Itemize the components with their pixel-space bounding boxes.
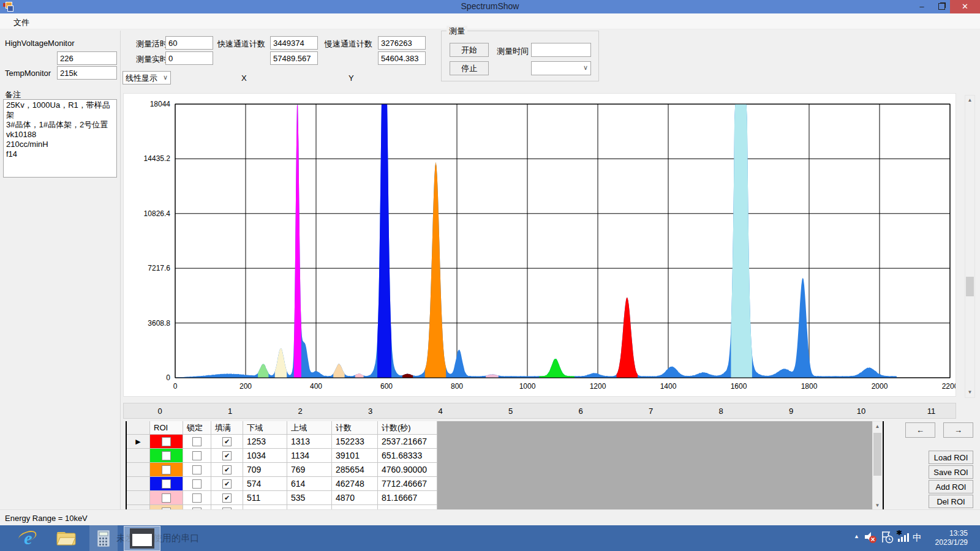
roi-table-scrollbar[interactable]: ▲ ▼ bbox=[872, 421, 883, 511]
scroll-down-icon[interactable]: ▼ bbox=[965, 388, 974, 397]
lower-bound-cell[interactable]: 709 bbox=[243, 463, 287, 477]
lock-cell[interactable] bbox=[183, 449, 211, 463]
upper-bound-cell[interactable]: 769 bbox=[287, 463, 332, 477]
start-button[interactable]: 开始 bbox=[450, 43, 489, 57]
chart-vertical-scrollbar[interactable]: ▲ ▼ bbox=[965, 95, 975, 398]
save-roi-button[interactable]: Save ROI bbox=[929, 465, 973, 479]
row-selector[interactable] bbox=[127, 463, 150, 477]
checkbox-checked[interactable]: ✔ bbox=[222, 493, 232, 503]
cps-cell[interactable]: 81.16667 bbox=[378, 491, 437, 505]
spectrum-chart[interactable]: 03608.87217.610826.414435.21804402004006… bbox=[124, 94, 956, 396]
column-header[interactable]: 填满 bbox=[211, 421, 243, 435]
del-roi-button[interactable]: Del ROI bbox=[929, 495, 973, 508]
checkbox-unchecked[interactable] bbox=[162, 493, 171, 503]
scrollbar-thumb[interactable] bbox=[873, 433, 881, 476]
action-center-flag-icon[interactable] bbox=[880, 530, 894, 544]
lock-cell[interactable] bbox=[183, 463, 211, 477]
display-mode-combobox[interactable]: 线性显示 ∨ bbox=[123, 71, 171, 84]
table-row[interactable]: ✔5746144627487712.46667 bbox=[127, 477, 883, 491]
menu-file[interactable]: 文件 bbox=[10, 16, 33, 29]
fast-channel-count[interactable] bbox=[270, 36, 318, 50]
lower-bound-cell[interactable]: 1253 bbox=[243, 435, 287, 449]
roi-color-cell[interactable] bbox=[150, 435, 183, 449]
column-header[interactable]: 上域 bbox=[287, 421, 332, 435]
lower-bound-cell[interactable]: 511 bbox=[243, 491, 287, 505]
checkbox-checked[interactable]: ✔ bbox=[222, 465, 232, 474]
row-selector[interactable] bbox=[127, 449, 150, 463]
network-signal-icon[interactable]: ✱ bbox=[895, 530, 910, 544]
count-cell[interactable]: 39101 bbox=[332, 449, 378, 463]
notes-textarea[interactable]: 25Kv，1000Ua，R1，带样品架 3#晶体，1#晶体架，2号位置 vk10… bbox=[3, 99, 117, 178]
lock-cell[interactable] bbox=[183, 435, 211, 449]
upper-bound-cell[interactable]: 535 bbox=[287, 491, 332, 505]
fill-cell[interactable]: ✔ bbox=[211, 491, 243, 505]
lower-bound-cell[interactable]: 1034 bbox=[243, 449, 287, 463]
roi-color-cell[interactable] bbox=[150, 491, 183, 505]
checkbox-unchecked[interactable] bbox=[162, 479, 171, 489]
scroll-up-icon[interactable]: ▲ bbox=[965, 96, 974, 105]
checkbox-unchecked[interactable] bbox=[192, 479, 202, 489]
table-row[interactable]: ✔7097692856544760.90000 bbox=[127, 463, 883, 477]
hv-monitor-value[interactable] bbox=[57, 51, 117, 65]
column-header[interactable]: 计数(秒) bbox=[378, 421, 437, 435]
scrollbar-thumb[interactable] bbox=[966, 277, 974, 296]
fast-channel-rate[interactable] bbox=[270, 51, 318, 65]
roi-table[interactable]: ROI锁定填满下域上域计数计数(秒)▶✔125313131522332537.2… bbox=[126, 421, 884, 511]
volume-muted-icon[interactable] bbox=[864, 530, 877, 544]
checkbox-unchecked[interactable] bbox=[162, 437, 171, 446]
close-button[interactable]: ✕ bbox=[950, 0, 980, 13]
lock-cell[interactable] bbox=[183, 477, 211, 491]
roi-color-cell[interactable] bbox=[150, 449, 183, 463]
roi-color-cell[interactable] bbox=[150, 463, 183, 477]
count-cell[interactable]: 285654 bbox=[332, 463, 378, 477]
measure-time-input[interactable] bbox=[531, 43, 591, 57]
checkbox-checked[interactable]: ✔ bbox=[222, 479, 232, 489]
row-selector[interactable]: ▶ bbox=[127, 435, 150, 449]
cps-cell[interactable]: 2537.21667 bbox=[378, 435, 437, 449]
checkbox-unchecked[interactable] bbox=[192, 493, 202, 503]
fill-cell[interactable]: ✔ bbox=[211, 435, 243, 449]
explorer-taskbar-icon[interactable] bbox=[54, 525, 78, 551]
cps-cell[interactable]: 651.68333 bbox=[378, 449, 437, 463]
cps-cell[interactable]: 4760.90000 bbox=[378, 463, 437, 477]
column-header[interactable]: ROI bbox=[150, 421, 183, 435]
checkbox-unchecked[interactable] bbox=[192, 437, 202, 446]
restore-button[interactable] bbox=[933, 0, 949, 13]
checkbox-unchecked[interactable] bbox=[162, 465, 171, 474]
roi-color-cell[interactable] bbox=[150, 477, 183, 491]
roi-prev-button[interactable]: ← bbox=[905, 422, 935, 438]
cps-cell[interactable]: 7712.46667 bbox=[378, 477, 437, 491]
table-row[interactable]: ✔511535487081.16667 bbox=[127, 491, 883, 505]
upper-bound-cell[interactable]: 1134 bbox=[287, 449, 332, 463]
lower-bound-cell[interactable]: 574 bbox=[243, 477, 287, 491]
slow-channel-rate[interactable] bbox=[378, 51, 426, 65]
column-header[interactable]: 锁定 bbox=[183, 421, 211, 435]
column-header[interactable]: 下域 bbox=[243, 421, 287, 435]
slow-channel-count[interactable] bbox=[378, 36, 426, 50]
tray-expand-icon[interactable]: ▲ bbox=[854, 533, 859, 539]
row-selector[interactable] bbox=[127, 491, 150, 505]
lock-cell[interactable] bbox=[183, 491, 211, 505]
add-roi-button[interactable]: Add ROI bbox=[929, 480, 973, 493]
active-window-taskbar-button[interactable] bbox=[124, 526, 160, 551]
minimize-button[interactable]: – bbox=[913, 0, 931, 13]
fill-cell[interactable]: ✔ bbox=[211, 449, 243, 463]
roi-next-button[interactable]: → bbox=[943, 422, 973, 438]
upper-bound-cell[interactable]: 614 bbox=[287, 477, 332, 491]
real-time-input[interactable] bbox=[165, 51, 213, 65]
column-header[interactable]: 计数 bbox=[332, 421, 378, 435]
tray-clock[interactable]: 13:35 2023/1/29 bbox=[916, 529, 968, 547]
checkbox-checked[interactable]: ✔ bbox=[222, 437, 232, 446]
checkbox-unchecked[interactable] bbox=[192, 451, 202, 460]
row-selector[interactable] bbox=[127, 477, 150, 491]
checkbox-checked[interactable]: ✔ bbox=[222, 451, 232, 460]
count-cell[interactable]: 152233 bbox=[332, 435, 378, 449]
checkbox-unchecked[interactable] bbox=[192, 465, 202, 474]
fill-cell[interactable]: ✔ bbox=[211, 463, 243, 477]
upper-bound-cell[interactable]: 1313 bbox=[287, 435, 332, 449]
stop-button[interactable]: 停止 bbox=[450, 61, 489, 75]
count-cell[interactable]: 462748 bbox=[332, 477, 378, 491]
load-roi-button[interactable]: Load ROI bbox=[929, 451, 973, 464]
live-time-input[interactable] bbox=[165, 36, 213, 50]
scroll-up-icon[interactable]: ▲ bbox=[873, 422, 882, 432]
